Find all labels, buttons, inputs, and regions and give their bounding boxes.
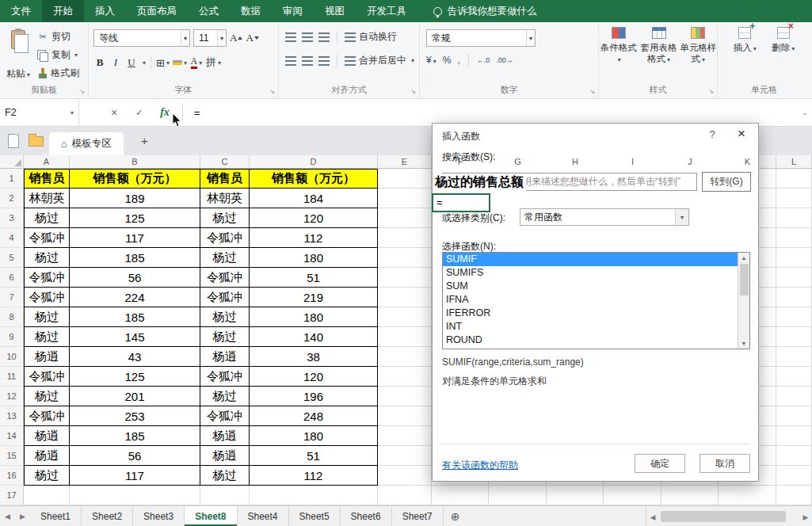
font-name-select[interactable]: 等线▾ bbox=[93, 29, 190, 47]
cell-E7[interactable] bbox=[378, 288, 432, 307]
cell-D14[interactable]: 180 bbox=[250, 426, 378, 446]
cell-E4[interactable] bbox=[378, 228, 432, 248]
scroll-left-icon[interactable]: ◀ bbox=[646, 513, 659, 521]
cell-D8[interactable]: 180 bbox=[250, 307, 378, 327]
function-item-ROUND[interactable]: ROUND bbox=[443, 334, 749, 347]
cancel-button[interactable]: 取消 bbox=[700, 454, 750, 473]
cell-C15[interactable]: 杨逍 bbox=[200, 446, 250, 466]
cell-L13[interactable] bbox=[776, 406, 812, 426]
cell-E1[interactable] bbox=[378, 169, 432, 189]
insert-cells-button[interactable]: + 插入▾ bbox=[734, 27, 757, 53]
row-header-9[interactable]: 9 bbox=[0, 327, 24, 347]
go-button[interactable]: 转到(G) bbox=[702, 172, 751, 192]
cell-A3[interactable]: 杨过 bbox=[24, 208, 70, 228]
increase-decimal-button[interactable]: ←.0 bbox=[477, 56, 490, 64]
ribbon-tab-公式[interactable]: 公式 bbox=[188, 0, 230, 22]
cell-A2[interactable]: 林朝英 bbox=[24, 189, 70, 208]
cell-D13[interactable]: 248 bbox=[250, 406, 378, 426]
row-header-13[interactable]: 13 bbox=[0, 406, 24, 426]
cell-A7[interactable]: 令狐冲 bbox=[24, 288, 70, 307]
number-format-select[interactable]: 常规▾ bbox=[426, 29, 536, 47]
cell-B12[interactable]: 201 bbox=[70, 387, 200, 406]
cell-D4[interactable]: 112 bbox=[250, 228, 378, 248]
new-document-icon[interactable] bbox=[8, 134, 19, 148]
cell-C16[interactable]: 杨过 bbox=[200, 466, 250, 486]
conditional-formatting-button[interactable]: 条件格式▾ bbox=[600, 27, 638, 65]
delete-cells-button[interactable]: × 删除▾ bbox=[772, 27, 795, 53]
cell-A4[interactable]: 令狐冲 bbox=[24, 228, 70, 248]
row-header-6[interactable]: 6 bbox=[0, 268, 24, 288]
cell-D11[interactable]: 120 bbox=[250, 367, 378, 387]
cell-L10[interactable] bbox=[776, 347, 812, 367]
ribbon-tab-页面布局[interactable]: 页面布局 bbox=[126, 0, 188, 22]
function-list[interactable]: SUMIFSUMIFSSUMIFNAIFERRORINTROUND bbox=[442, 252, 750, 349]
confirm-entry-button[interactable]: ✓ bbox=[127, 107, 152, 118]
col-header-E[interactable]: E bbox=[378, 155, 432, 169]
cell-D2[interactable]: 184 bbox=[250, 189, 378, 208]
styles-dialog-launcher[interactable]: ↘ bbox=[708, 88, 714, 95]
cell-B4[interactable]: 117 bbox=[70, 228, 200, 248]
scroll-up-icon[interactable]: ▲ bbox=[741, 253, 747, 263]
cell-B14[interactable]: 185 bbox=[70, 426, 200, 446]
select-all-corner[interactable] bbox=[0, 155, 24, 169]
sheet-tab-Sheet5[interactable]: Sheet5 bbox=[289, 506, 341, 526]
cell-E8[interactable] bbox=[378, 307, 432, 327]
row-header-5[interactable]: 5 bbox=[0, 248, 24, 268]
cell-L5[interactable] bbox=[776, 248, 812, 268]
cell-B6[interactable]: 56 bbox=[70, 268, 200, 288]
row-header-17[interactable]: 17 bbox=[0, 486, 24, 505]
cell-L9[interactable] bbox=[776, 327, 812, 347]
wrap-text-button[interactable]: 自动换行 bbox=[345, 30, 397, 44]
cell-L11[interactable] bbox=[776, 367, 812, 387]
active-cell-F2-editing[interactable]: = bbox=[432, 193, 490, 212]
align-center-icon[interactable] bbox=[302, 56, 313, 66]
cell-L14[interactable] bbox=[776, 426, 812, 446]
cell-D1[interactable]: 销售额（万元） bbox=[250, 169, 378, 189]
alignment-dialog-launcher[interactable]: ↘ bbox=[410, 88, 416, 95]
formula-input[interactable]: = bbox=[188, 99, 798, 126]
cell-E3[interactable] bbox=[378, 208, 432, 228]
row-header-3[interactable]: 3 bbox=[0, 208, 24, 228]
cell-E14[interactable] bbox=[378, 426, 432, 446]
scroll-thumb[interactable] bbox=[661, 511, 786, 522]
function-item-SUM[interactable]: SUM bbox=[443, 280, 749, 293]
tell-me-box[interactable]: 告诉我你想要做什么 bbox=[433, 0, 537, 22]
cancel-entry-button[interactable]: × bbox=[101, 106, 127, 119]
cell-D6[interactable]: 51 bbox=[250, 268, 378, 288]
row-header-14[interactable]: 14 bbox=[0, 426, 24, 446]
cell-A8[interactable]: 杨过 bbox=[24, 307, 70, 327]
clipboard-dialog-launcher[interactable]: ↘ bbox=[79, 88, 85, 95]
cell-E11[interactable] bbox=[378, 367, 432, 387]
phonetic-button[interactable]: 拼▾ bbox=[206, 55, 221, 70]
sheet-tab-Sheet7[interactable]: Sheet7 bbox=[392, 506, 444, 526]
comma-button[interactable]: , bbox=[457, 55, 459, 66]
sheet-tab-Sheet4[interactable]: Sheet4 bbox=[238, 506, 289, 526]
function-item-SUMIF[interactable]: SUMIF bbox=[443, 253, 749, 266]
function-help-link[interactable]: 有关该函数的帮助 bbox=[442, 459, 518, 472]
fill-color-button[interactable]: ▾ bbox=[173, 59, 187, 67]
merge-center-button[interactable]: 合并后居中▾ bbox=[345, 54, 414, 67]
cell-B2[interactable]: 189 bbox=[70, 189, 200, 208]
ribbon-tab-插入[interactable]: 插入 bbox=[84, 0, 126, 22]
row-header-8[interactable]: 8 bbox=[0, 307, 24, 327]
decrease-decimal-button[interactable]: .00→ bbox=[496, 56, 513, 64]
font-size-select[interactable]: 11▾ bbox=[193, 29, 227, 47]
cell-K17[interactable] bbox=[719, 486, 776, 505]
col-header-B[interactable]: B bbox=[70, 155, 200, 169]
col-header-C[interactable]: C bbox=[200, 155, 250, 169]
cell-A6[interactable]: 令狐冲 bbox=[24, 268, 70, 288]
cell-B16[interactable]: 117 bbox=[70, 466, 200, 486]
cell-A16[interactable]: 杨过 bbox=[24, 466, 70, 486]
cell-C5[interactable]: 杨过 bbox=[200, 248, 250, 268]
cut-button[interactable]: ✂剪切 bbox=[36, 30, 79, 44]
cell-E17[interactable] bbox=[378, 486, 432, 505]
row-header-1[interactable]: 1 bbox=[0, 169, 24, 189]
cell-I17[interactable] bbox=[604, 486, 661, 505]
cell-J17[interactable] bbox=[661, 486, 719, 505]
cell-E6[interactable] bbox=[378, 268, 432, 288]
decrease-font-button[interactable]: A bbox=[246, 32, 258, 44]
ok-button[interactable]: 确定 bbox=[635, 454, 685, 473]
scroll-thumb[interactable] bbox=[740, 264, 749, 295]
cell-L16[interactable] bbox=[776, 466, 812, 486]
ribbon-tab-文件[interactable]: 文件 bbox=[0, 0, 42, 22]
